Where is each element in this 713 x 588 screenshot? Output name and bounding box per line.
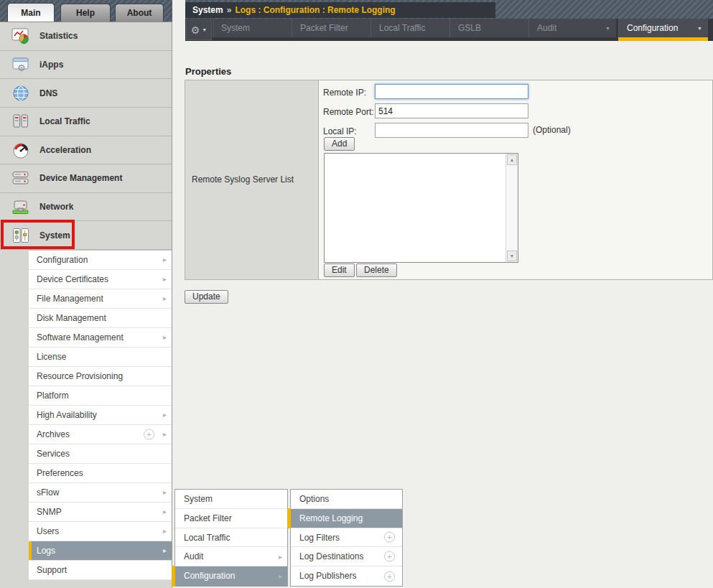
submenu-item-label: Support	[37, 565, 67, 575]
submenu-item-label: Services	[37, 449, 70, 459]
scroll-up-button[interactable]: ▲	[507, 154, 517, 165]
sidebar-item-acceleration[interactable]: Acceleration	[0, 136, 172, 165]
scroll-up-icon: ▲	[510, 157, 515, 162]
tab-about[interactable]: About	[115, 4, 164, 22]
submenu-item-snmp[interactable]: SNMP▸	[29, 503, 172, 522]
sidebar-item-label: Device Management	[39, 173, 122, 183]
syslog-server-listbox[interactable]: ▲ ▼	[324, 153, 518, 263]
breadcrumb-path: Logs : Configuration : Remote Logging	[235, 5, 395, 15]
listbox-scrollbar[interactable]: ▲ ▼	[505, 154, 518, 262]
edit-button[interactable]: Edit	[324, 263, 355, 277]
toolbar-tab-label: System	[221, 23, 250, 33]
add-plus-icon[interactable]: +	[144, 429, 154, 440]
device-management-icon	[11, 169, 30, 187]
submenu-item-label: SNMP	[37, 507, 62, 517]
submenu-item-logs[interactable]: Logs▸	[29, 541, 172, 561]
add-button[interactable]: Add	[324, 137, 355, 151]
submenu-item-users[interactable]: Users▸	[29, 522, 172, 541]
menu-item-configuration[interactable]: Configuration▸	[175, 566, 287, 586]
menu-item-log-filters[interactable]: Log Filters+	[291, 528, 402, 548]
submenu-item-disk-management[interactable]: Disk Management	[29, 309, 172, 328]
chevron-right-icon: ▸	[163, 425, 167, 444]
submenu-item-resource-provisioning[interactable]: Resource Provisioning	[29, 367, 172, 386]
menu-item-options[interactable]: Options	[291, 490, 402, 509]
submenu-item-services[interactable]: Services	[29, 444, 172, 464]
chevron-right-icon: ▸	[163, 483, 167, 502]
sidebar-item-iapps[interactable]: ⚙ iApps	[0, 51, 172, 80]
menu-item-label: Packet Filter	[184, 513, 232, 523]
remote-port-input[interactable]	[375, 103, 528, 118]
sidebar-item-label: Acceleration	[39, 145, 91, 155]
sidebar-item-dns[interactable]: DNS	[0, 79, 172, 108]
menu-item-log-publishers[interactable]: Log Publishers+	[291, 566, 402, 586]
sidebar-item-network[interactable]: Network	[0, 193, 172, 222]
toolbar-tab-configuration[interactable]: Configuration ▼	[618, 19, 708, 37]
sidebar-item-local-traffic[interactable]: Local Traffic	[0, 108, 172, 136]
submenu-item-platform[interactable]: Platform	[29, 386, 172, 406]
sidebar-item-device-management[interactable]: Device Management	[0, 164, 172, 193]
menu-item-audit[interactable]: Audit▸	[175, 547, 287, 566]
submenu-item-preferences[interactable]: Preferences	[29, 464, 172, 483]
tab-main[interactable]: Main	[7, 3, 55, 22]
iapps-icon: ⚙	[11, 56, 30, 73]
svg-text:⚙: ⚙	[17, 62, 26, 73]
system-icon	[11, 227, 30, 244]
sidebar-nav: Statistics ⚙ iApps DNS Local Traffic	[0, 22, 172, 250]
system-submenu: Configuration▸ Device Certificates▸ File…	[29, 250, 172, 580]
toolbar-tab-label: Audit	[537, 23, 556, 33]
chevron-down-icon: ▼	[605, 26, 610, 31]
submenu-item-label: Software Management	[37, 332, 124, 342]
submenu-item-software-management[interactable]: Software Management▸	[29, 328, 172, 347]
submenu-item-label: Users	[37, 526, 59, 536]
sidebar-item-statistics[interactable]: Statistics	[0, 22, 172, 51]
remote-ip-label: Remote IP:	[323, 86, 366, 99]
remote-ip-input[interactable]	[375, 84, 528, 99]
toolbar-tab-label: Configuration	[627, 23, 678, 33]
toolbar-tab-system[interactable]: System	[213, 19, 292, 37]
toolbar-tab-label: GSLB	[458, 23, 481, 33]
toolbar-tab-label: Local Traffic	[379, 23, 425, 33]
delete-button[interactable]: Delete	[356, 263, 397, 277]
menu-item-label: Options	[299, 494, 329, 504]
tab-main-label: Main	[21, 8, 40, 18]
breadcrumb-separator-icon: »	[223, 5, 236, 15]
update-button[interactable]: Update	[185, 290, 228, 304]
statistics-icon	[11, 27, 30, 45]
local-ip-input[interactable]	[375, 123, 528, 138]
add-plus-icon[interactable]: +	[384, 532, 395, 543]
submenu-item-support[interactable]: Support	[29, 561, 172, 580]
chevron-right-icon: ▸	[163, 406, 167, 424]
toolbar-tab-gslb[interactable]: GSLB	[449, 19, 528, 37]
sidebar: Statistics ⚙ iApps DNS Local Traffic	[0, 22, 172, 588]
submenu-item-label: Logs	[37, 546, 55, 556]
scroll-down-button[interactable]: ▼	[507, 251, 517, 261]
add-plus-icon[interactable]: +	[384, 571, 395, 582]
tab-about-label: About	[127, 8, 152, 18]
menu-item-system[interactable]: System	[175, 490, 287, 509]
toolbar-tab-packet-filter[interactable]: Packet Filter	[292, 19, 371, 37]
sidebar-item-label: iApps	[39, 60, 63, 70]
properties-label-column: Remote Syslog Server List	[185, 80, 319, 279]
toolbar-tab-audit[interactable]: Audit ▼	[528, 19, 616, 37]
toolbar-tab-local-traffic[interactable]: Local Traffic	[371, 19, 449, 37]
submenu-item-archives[interactable]: Archives+▸	[29, 425, 172, 444]
submenu-item-device-certificates[interactable]: Device Certificates▸	[29, 270, 172, 289]
submenu-item-high-availability[interactable]: High Availability▸	[29, 406, 172, 425]
chevron-right-icon: ▸	[163, 270, 167, 289]
chevron-right-icon: ▸	[163, 251, 167, 269]
submenu-item-configuration[interactable]: Configuration▸	[29, 251, 172, 270]
menu-item-log-destinations[interactable]: Log Destinations+	[291, 547, 402, 566]
submenu-item-file-management[interactable]: File Management▸	[29, 289, 172, 309]
add-plus-icon[interactable]: +	[384, 551, 395, 562]
menu-item-remote-logging[interactable]: Remote Logging	[291, 509, 402, 528]
sidebar-item-system[interactable]: System	[0, 221, 172, 250]
toolbar-gear-menu-button[interactable]: ⚙ ▼	[186, 19, 212, 40]
logs-popup-menu: System Packet Filter Local Traffic Audit…	[174, 489, 288, 587]
menu-item-local-traffic[interactable]: Local Traffic	[175, 528, 287, 548]
submenu-item-license[interactable]: License	[29, 347, 172, 367]
menu-item-packet-filter[interactable]: Packet Filter	[175, 509, 287, 528]
tab-help[interactable]: Help	[60, 4, 111, 22]
acceleration-gauge-icon	[11, 141, 30, 159]
row-label: Remote Syslog Server List	[192, 174, 294, 185]
submenu-item-sflow[interactable]: sFlow▸	[29, 483, 172, 503]
